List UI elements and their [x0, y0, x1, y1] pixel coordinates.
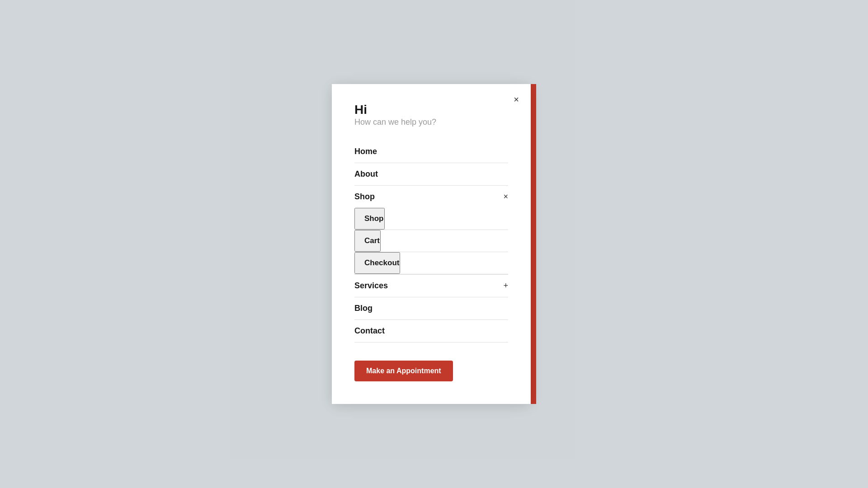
modal-wrapper: × Hi How can we help you? Home About	[332, 84, 536, 404]
nav-label-services: Services	[354, 281, 388, 291]
nav-item-home: Home	[354, 141, 508, 163]
nav-label-blog: Blog	[354, 304, 373, 313]
red-accent-bar	[531, 84, 536, 404]
nav-list: Home About Shop × Shop	[354, 141, 508, 343]
nav-link-contact[interactable]: Contact	[354, 320, 508, 342]
nav-item-shop: Shop × Shop Cart Checkout	[354, 186, 508, 275]
greeting: Hi How can we help you?	[354, 102, 508, 127]
submenu-item-checkout: Checkout	[354, 252, 508, 274]
nav-item-blog: Blog	[354, 297, 508, 320]
nav-link-about[interactable]: About	[354, 163, 508, 185]
submenu-link-checkout[interactable]: Checkout	[354, 252, 400, 274]
submenu-item-shop: Shop	[354, 208, 508, 230]
nav-link-home[interactable]: Home	[354, 141, 508, 163]
shop-submenu: Shop Cart Checkout	[354, 208, 508, 274]
greeting-hi: Hi	[354, 102, 508, 117]
nav-link-shop[interactable]: Shop ×	[354, 186, 508, 208]
nav-item-services: Services +	[354, 275, 508, 297]
nav-link-blog[interactable]: Blog	[354, 297, 508, 319]
submenu-link-shop[interactable]: Shop	[354, 208, 385, 230]
nav-item-about: About	[354, 163, 508, 186]
nav-item-contact: Contact	[354, 320, 508, 343]
nav-label-about: About	[354, 169, 378, 179]
close-button[interactable]: ×	[511, 93, 522, 106]
overlay: × Hi How can we help you? Home About	[0, 0, 868, 488]
submenu-link-cart[interactable]: Cart	[354, 230, 381, 252]
greeting-subtitle: How can we help you?	[354, 117, 508, 127]
shop-toggle-close-icon: ×	[503, 192, 508, 202]
services-toggle-open-icon: +	[503, 281, 508, 291]
nav-label-shop: Shop	[354, 192, 375, 202]
nav-label-contact: Contact	[354, 326, 385, 336]
modal: × Hi How can we help you? Home About	[332, 84, 531, 404]
appointment-button[interactable]: Make an Appointment	[354, 361, 453, 381]
nav-label-home: Home	[354, 147, 377, 156]
submenu-item-cart: Cart	[354, 230, 508, 252]
nav-link-services[interactable]: Services +	[354, 275, 508, 297]
